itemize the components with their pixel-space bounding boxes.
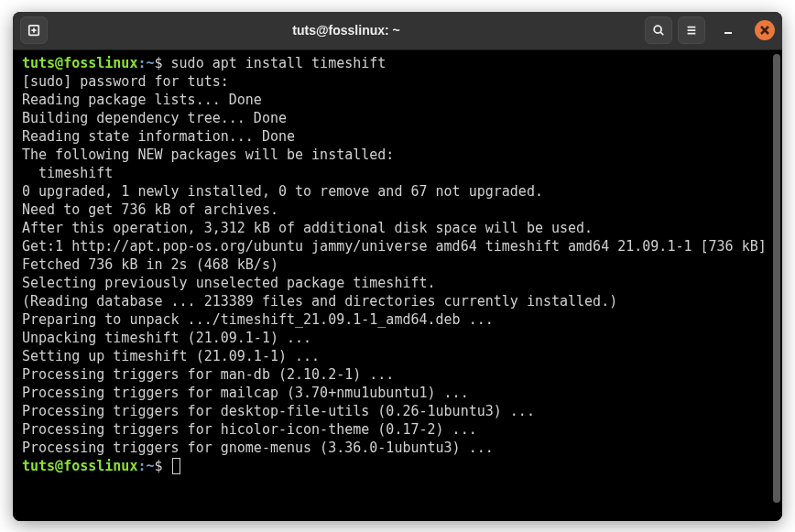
titlebar: tuts@fosslinux: ~	[13, 12, 782, 50]
output-line: 0 upgraded, 1 newly installed, 0 to remo…	[22, 182, 775, 201]
prompt-line: tuts@fosslinux:~$ sudo apt install times…	[22, 54, 775, 72]
prompt-user-host: tuts@fosslinux	[22, 458, 137, 474]
svg-line-4	[660, 32, 663, 35]
prompt-path: ~	[146, 458, 154, 474]
new-tab-button[interactable]	[20, 16, 48, 44]
minimize-icon	[723, 25, 734, 36]
search-icon	[652, 24, 665, 37]
output-line: Need to get 736 kB of archives.	[22, 201, 775, 219]
output-line: [sudo] password for tuts:	[22, 72, 775, 91]
close-button[interactable]	[755, 20, 775, 40]
output-line: Fetched 736 kB in 2s (468 kB/s)	[22, 255, 775, 274]
output-line: Building dependency tree... Done	[22, 109, 775, 127]
prompt-line-2: tuts@fosslinux:~$	[22, 457, 775, 475]
output-line: Unpacking timeshift (21.09.1-1) ...	[22, 329, 775, 347]
output-line: Processing triggers for mailcap (3.70+nm…	[22, 384, 775, 402]
minimize-button[interactable]	[718, 20, 738, 40]
output-line: Preparing to unpack .../timeshift_21.09.…	[22, 310, 775, 329]
output-line: Reading state information... Done	[22, 127, 775, 146]
output-line: Processing triggers for gnome-menus (3.3…	[22, 439, 775, 457]
cursor	[172, 458, 180, 474]
output-line: Processing triggers for desktop-file-uti…	[22, 402, 775, 420]
output-line: Processing triggers for man-db (2.10.2-1…	[22, 365, 775, 384]
new-tab-icon	[27, 24, 40, 37]
output-line: Get:1 http://apt.pop-os.org/ubuntu jammy…	[22, 237, 775, 255]
scrollbar[interactable]	[773, 54, 780, 503]
prompt-symbol: $	[155, 55, 163, 71]
window-title: tuts@fosslinux: ~	[48, 23, 645, 38]
output-line: The following NEW packages will be insta…	[22, 146, 775, 164]
command-text: sudo apt install timeshift	[171, 55, 387, 71]
svg-point-3	[654, 26, 661, 33]
prompt-symbol: $	[155, 458, 163, 474]
prompt-path: ~	[146, 55, 154, 71]
output-line: (Reading database ... 213389 files and d…	[22, 292, 775, 310]
output-line: Reading package lists... Done	[22, 91, 775, 109]
search-button[interactable]	[645, 16, 672, 44]
output-line: Selecting previously unselected package …	[22, 274, 775, 292]
output-line: Processing triggers for hicolor-icon-the…	[22, 420, 775, 439]
output-line: After this operation, 3,312 kB of additi…	[22, 219, 775, 237]
output-line: timeshift	[22, 164, 775, 182]
terminal-content[interactable]: tuts@fosslinux:~$ sudo apt install times…	[13, 50, 782, 521]
close-icon	[760, 26, 769, 35]
output-line: Setting up timeshift (21.09.1-1) ...	[22, 347, 775, 365]
terminal-window: tuts@fosslinux: ~ tuts@fosslinux:~$ sudo…	[13, 12, 782, 521]
hamburger-icon	[685, 24, 698, 37]
menu-button[interactable]	[678, 16, 705, 44]
prompt-user-host: tuts@fosslinux	[22, 55, 137, 71]
